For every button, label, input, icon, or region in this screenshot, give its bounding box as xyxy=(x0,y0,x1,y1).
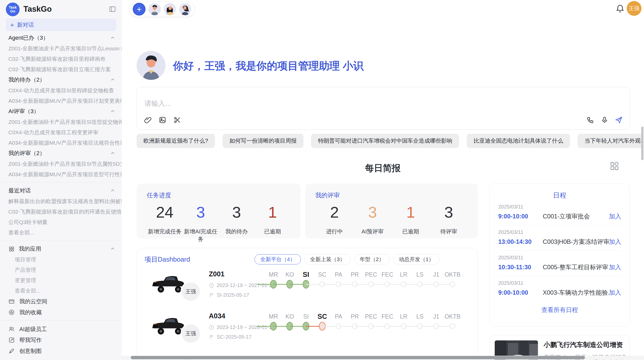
milestone[interactable]: KO xyxy=(282,312,298,332)
sidebar-item[interactable]: C0X4-动力总成开发项目工程变更评审 xyxy=(0,127,122,138)
sidebar-section-header[interactable]: AI评审（3） xyxy=(0,106,122,117)
chevron-up-icon[interactable] xyxy=(110,188,115,193)
milestone[interactable]: PR xyxy=(347,270,363,290)
app-subitem[interactable]: 变更管理 xyxy=(0,275,122,286)
milestone[interactable]: OKTB xyxy=(444,312,461,332)
milestone[interactable]: J1 xyxy=(428,312,444,332)
project-row[interactable]: 王强 A034 2023-12-19 ~ 2026-01-19 xyxy=(137,312,478,352)
milestone[interactable]: MR xyxy=(265,312,282,332)
milestone[interactable]: LR xyxy=(396,270,412,290)
milestone[interactable]: SI xyxy=(298,312,314,332)
suggestion-chip[interactable]: 当下年轻人对汽车外观有怎样的喜好趋势 xyxy=(578,134,643,148)
sidebar-section-header[interactable]: Agent已办（3） xyxy=(0,33,122,43)
milestone[interactable]: SC xyxy=(314,312,330,332)
milestone[interactable]: LS xyxy=(412,270,428,290)
milestone[interactable]: MR xyxy=(265,270,282,290)
agent-avatar-1[interactable] xyxy=(149,3,161,15)
stats-card-title[interactable]: 我的评审 xyxy=(315,191,468,199)
recent-chat-item[interactable]: 查看全部... xyxy=(0,227,122,238)
dashboard-tab[interactable]: 年型（2） xyxy=(354,254,390,264)
people-icon xyxy=(8,326,15,332)
sidebar-item[interactable]: C02-飞腾新能源轻客改款项目立项汇报方案 xyxy=(0,64,122,74)
brief-layout-icon[interactable] xyxy=(609,161,620,171)
sidebar-section-header[interactable]: 我的待办（2） xyxy=(0,74,122,85)
sidebar-item-help-write[interactable]: 帮我写作 xyxy=(0,335,122,346)
milestone[interactable]: LS xyxy=(412,312,428,332)
voice-call-icon[interactable] xyxy=(587,116,594,124)
milestone[interactable]: PA xyxy=(330,270,347,290)
microphone-icon[interactable] xyxy=(601,116,608,124)
event-join-link[interactable]: 加入 xyxy=(609,289,621,297)
image-icon[interactable] xyxy=(159,116,166,124)
project-code[interactable]: Z001 xyxy=(209,270,225,278)
milestone[interactable]: FEC xyxy=(379,270,396,290)
sidebar-item[interactable]: C02-飞腾新能源轻客改款项目里程碑画布 xyxy=(0,54,122,64)
milestone[interactable]: SC xyxy=(314,270,330,290)
milestone[interactable]: PR xyxy=(347,312,363,332)
recent-chat-item[interactable]: C02-飞腾新能源轻客改款项目的闭环通告反馈情况 xyxy=(0,206,122,217)
project-code[interactable]: A034 xyxy=(209,312,225,320)
chevron-up-icon[interactable] xyxy=(110,77,115,83)
add-agent-button[interactable]: + xyxy=(133,3,145,16)
recent-chats-header[interactable]: 最近对话 xyxy=(0,185,122,196)
event-join-link[interactable]: 加入 xyxy=(609,238,621,246)
milestone[interactable]: PEC xyxy=(363,312,379,332)
suggestion-chip[interactable]: 比亚迪全固态电池计划具体说了什么 xyxy=(467,134,570,148)
sidebar-item-creative-draw[interactable]: 创意制图 xyxy=(0,346,122,356)
suggestion-chip[interactable]: 欧洲新规最近颁布了什么? xyxy=(137,134,215,148)
sidebar-item[interactable]: Z001-全新燃油轻卡产品开发项目SI节点属性5D文件评审 xyxy=(0,159,122,169)
horizontal-scrollbar-thumb[interactable] xyxy=(131,356,585,359)
milestone[interactable]: FEC xyxy=(379,312,396,332)
suggestion-chip[interactable]: 特朗普可能对进口汽车增税会对中国车企造成哪些影响 xyxy=(311,134,459,148)
chat-input[interactable] xyxy=(144,99,501,108)
sidebar-item[interactable]: A034-全新新能源MUV产品开发项目造型可行性评审 xyxy=(0,169,122,179)
recent-chat-item[interactable]: 解释最新出台的欧盟报废车法规再生塑料比例被调至15%... xyxy=(0,196,122,206)
scissors-icon[interactable] xyxy=(173,116,181,124)
milestone[interactable]: PEC xyxy=(363,270,379,290)
dashboard-tab[interactable]: 全新平台（4） xyxy=(255,254,301,264)
sidebar-item[interactable]: Z001-全新燃油轻卡产品开发项目SI造型提交物评审 xyxy=(0,117,122,127)
my-apps-header[interactable]: 我的应用 xyxy=(0,244,122,254)
sidebar-item-cloud-space[interactable]: 我的云空间 xyxy=(0,296,122,307)
dashboard-tab[interactable]: 全新上装（3） xyxy=(304,254,351,264)
milestone[interactable]: OKTB xyxy=(444,270,461,290)
milestone[interactable]: J1 xyxy=(428,270,444,290)
milestone[interactable]: KO xyxy=(282,270,298,290)
sidebar-item[interactable]: Z001-全新燃油皮卡产品开发项目SI节点Lesson Learn报告 xyxy=(0,43,122,54)
sidebar-item-favorites[interactable]: 我的收藏 xyxy=(0,307,122,318)
milestone[interactable]: PA xyxy=(330,312,347,332)
dashboard-tab[interactable]: 动总开发（1） xyxy=(393,254,440,264)
sidebar-item[interactable]: A034-全新新能源MUV产品开发项目法规符合性评审 xyxy=(0,138,122,148)
chevron-up-icon[interactable] xyxy=(110,35,115,41)
chevron-up-icon[interactable] xyxy=(110,151,115,156)
send-icon[interactable] xyxy=(615,116,623,124)
sidebar-item[interactable]: C0X4-动力总成开发项目SI里程碑提交物检查 xyxy=(0,85,122,96)
sidebar-section-header[interactable]: 我的评审（2） xyxy=(0,148,122,159)
schedule-title[interactable]: 日程 xyxy=(498,191,621,200)
dashboard-title[interactable]: 项目Dashboard xyxy=(144,255,190,264)
project-row[interactable]: 王强 Z001 2023-12-19 ~ 2027-01-19 xyxy=(137,270,478,310)
app-subitem[interactable]: 项目管理 xyxy=(0,254,122,265)
suggestion-chip[interactable]: 如何写一份清晰的项目周报 xyxy=(223,134,303,148)
chevron-up-icon[interactable] xyxy=(110,246,115,252)
recent-chat-item[interactable]: 公司Q3轻卡销量 xyxy=(0,217,122,227)
app-subitem[interactable]: 查看全部... xyxy=(0,286,122,296)
new-chat-button[interactable]: + 新对话 xyxy=(6,19,116,31)
attach-icon[interactable] xyxy=(144,116,152,124)
stats-card-title[interactable]: 任务进度 xyxy=(147,191,290,199)
notifications-bell-icon[interactable] xyxy=(616,4,625,13)
event-join-link[interactable]: 加入 xyxy=(609,263,621,271)
agent-avatar-2[interactable] xyxy=(164,3,176,15)
vertical-scrollbar-thumb[interactable] xyxy=(641,127,643,160)
milestone[interactable]: LR xyxy=(396,312,412,332)
event-join-link[interactable]: 加入 xyxy=(609,212,621,220)
collapse-sidebar-icon[interactable] xyxy=(109,6,116,13)
chevron-up-icon[interactable] xyxy=(110,109,115,114)
sidebar-item-ai-staff[interactable]: AI超级员工 xyxy=(0,324,122,335)
milestone[interactable]: SI xyxy=(298,270,314,290)
view-all-schedule-link[interactable]: 查看所有日程 xyxy=(498,306,621,314)
sidebar-item[interactable]: A034-全新新能源MUV产品开发项目计划变更表编写 xyxy=(0,96,122,106)
app-subitem[interactable]: 产品管理 xyxy=(0,265,122,275)
user-avatar[interactable]: 王强 xyxy=(627,1,641,16)
agent-avatar-3[interactable] xyxy=(179,3,191,15)
